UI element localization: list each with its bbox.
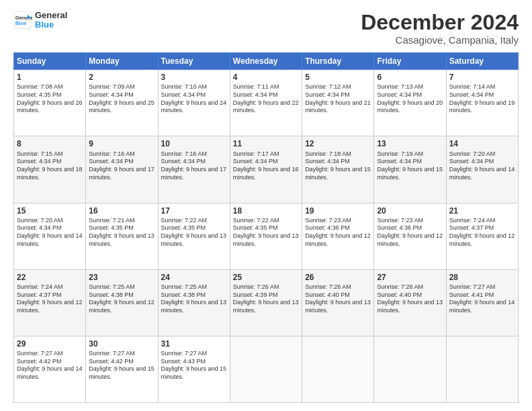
calendar-cell: 22Sunrise: 7:24 AMSunset: 4:37 PMDayligh… (14, 269, 86, 336)
day-number: 11 (233, 138, 299, 149)
day-number: 28 (449, 272, 515, 283)
week-row-2: 8Sunrise: 7:15 AMSunset: 4:34 PMDaylight… (14, 136, 519, 203)
day-number: 5 (305, 72, 371, 83)
calendar-cell (302, 336, 374, 402)
day-info: Sunrise: 7:19 AMSunset: 4:34 PMDaylight:… (377, 150, 443, 182)
calendar-header-saturday: Saturday (446, 53, 518, 70)
day-info: Sunrise: 7:23 AMSunset: 4:36 PMDaylight:… (377, 217, 443, 248)
logo-text-blue: Blue (35, 20, 67, 30)
calendar-cell: 30Sunrise: 7:27 AMSunset: 4:42 PMDayligh… (86, 336, 158, 402)
day-number: 23 (89, 272, 154, 283)
day-info: Sunrise: 7:25 AMSunset: 4:38 PMDaylight:… (89, 283, 154, 315)
day-number: 15 (17, 205, 83, 216)
calendar-cell: 20Sunrise: 7:23 AMSunset: 4:36 PMDayligh… (374, 203, 446, 269)
day-info: Sunrise: 7:25 AMSunset: 4:38 PMDaylight:… (161, 283, 227, 315)
day-info: Sunrise: 7:12 AMSunset: 4:34 PMDaylight:… (305, 83, 371, 115)
calendar-cell: 16Sunrise: 7:21 AMSunset: 4:35 PMDayligh… (86, 203, 158, 269)
day-info: Sunrise: 7:16 AMSunset: 4:34 PMDaylight:… (89, 150, 154, 182)
calendar-cell: 5Sunrise: 7:12 AMSunset: 4:34 PMDaylight… (302, 70, 374, 136)
calendar-cell: 9Sunrise: 7:16 AMSunset: 4:34 PMDaylight… (86, 136, 158, 203)
day-number: 4 (233, 72, 299, 83)
subtitle: Casagiove, Campania, Italy (361, 34, 519, 46)
day-number: 2 (89, 72, 154, 83)
day-number: 22 (17, 272, 83, 283)
day-number: 6 (377, 72, 443, 83)
day-number: 1 (17, 72, 83, 83)
calendar-cell (374, 336, 446, 402)
calendar-cell: 23Sunrise: 7:25 AMSunset: 4:38 PMDayligh… (86, 269, 158, 336)
calendar-cell (230, 336, 302, 402)
day-info: Sunrise: 7:17 AMSunset: 4:34 PMDaylight:… (233, 150, 299, 182)
day-info: Sunrise: 7:26 AMSunset: 4:39 PMDaylight:… (233, 283, 299, 315)
logo-text-general: General (35, 11, 67, 20)
day-number: 24 (161, 272, 227, 283)
day-info: Sunrise: 7:22 AMSunset: 4:35 PMDaylight:… (233, 217, 299, 248)
calendar-cell: 17Sunrise: 7:22 AMSunset: 4:35 PMDayligh… (158, 203, 230, 269)
calendar-cell: 7Sunrise: 7:14 AMSunset: 4:34 PMDaylight… (446, 70, 518, 136)
day-number: 9 (89, 138, 154, 149)
calendar-cell: 24Sunrise: 7:25 AMSunset: 4:38 PMDayligh… (158, 269, 230, 336)
title-section: December 2024 Casagiove, Campania, Italy (361, 11, 519, 46)
calendar-cell: 3Sunrise: 7:10 AMSunset: 4:34 PMDaylight… (158, 70, 230, 136)
day-number: 27 (377, 272, 443, 283)
calendar-cell: 4Sunrise: 7:11 AMSunset: 4:34 PMDaylight… (230, 70, 302, 136)
svg-text:Blue: Blue (15, 20, 27, 26)
calendar-header-friday: Friday (374, 53, 446, 70)
day-info: Sunrise: 7:08 AMSunset: 4:35 PMDaylight:… (17, 83, 83, 115)
day-number: 7 (449, 72, 515, 83)
week-row-1: 1Sunrise: 7:08 AMSunset: 4:35 PMDaylight… (14, 70, 519, 136)
day-number: 20 (377, 205, 443, 216)
day-number: 8 (17, 138, 83, 149)
calendar-cell: 10Sunrise: 7:16 AMSunset: 4:34 PMDayligh… (158, 136, 230, 203)
week-row-5: 29Sunrise: 7:27 AMSunset: 4:42 PMDayligh… (14, 336, 519, 402)
day-number: 31 (161, 338, 227, 349)
calendar-cell: 14Sunrise: 7:20 AMSunset: 4:34 PMDayligh… (446, 136, 518, 203)
calendar-cell: 31Sunrise: 7:27 AMSunset: 4:43 PMDayligh… (158, 336, 230, 402)
calendar-cell: 6Sunrise: 7:13 AMSunset: 4:34 PMDaylight… (374, 70, 446, 136)
day-number: 13 (377, 138, 443, 149)
calendar-header-thursday: Thursday (302, 53, 374, 70)
week-row-3: 15Sunrise: 7:20 AMSunset: 4:34 PMDayligh… (14, 203, 519, 269)
day-number: 19 (305, 205, 371, 216)
day-number: 21 (449, 205, 515, 216)
day-info: Sunrise: 7:26 AMSunset: 4:40 PMDaylight:… (305, 283, 371, 315)
calendar-cell: 1Sunrise: 7:08 AMSunset: 4:35 PMDaylight… (14, 70, 86, 136)
calendar-header-row: SundayMondayTuesdayWednesdayThursdayFrid… (14, 53, 519, 70)
page: General Blue General Blue December 2024 … (0, 0, 532, 411)
day-info: Sunrise: 7:20 AMSunset: 4:34 PMDaylight:… (17, 217, 83, 248)
day-number: 25 (233, 272, 299, 283)
day-info: Sunrise: 7:22 AMSunset: 4:35 PMDaylight:… (161, 217, 227, 248)
day-number: 16 (89, 205, 154, 216)
day-number: 12 (305, 138, 371, 149)
day-number: 14 (449, 138, 515, 149)
calendar-cell: 2Sunrise: 7:09 AMSunset: 4:34 PMDaylight… (86, 70, 158, 136)
calendar-cell: 25Sunrise: 7:26 AMSunset: 4:39 PMDayligh… (230, 269, 302, 336)
calendar-cell: 11Sunrise: 7:17 AMSunset: 4:34 PMDayligh… (230, 136, 302, 203)
calendar-cell (446, 336, 518, 402)
logo: General Blue General Blue (13, 11, 67, 30)
calendar-header-tuesday: Tuesday (158, 53, 230, 70)
calendar-header-sunday: Sunday (14, 53, 86, 70)
calendar-cell: 26Sunrise: 7:26 AMSunset: 4:40 PMDayligh… (302, 269, 374, 336)
day-number: 18 (233, 205, 299, 216)
top-section: General Blue General Blue December 2024 … (13, 11, 519, 46)
calendar-cell: 29Sunrise: 7:27 AMSunset: 4:42 PMDayligh… (14, 336, 86, 402)
day-info: Sunrise: 7:09 AMSunset: 4:34 PMDaylight:… (89, 83, 154, 115)
day-info: Sunrise: 7:15 AMSunset: 4:34 PMDaylight:… (17, 150, 83, 182)
day-number: 30 (89, 338, 154, 349)
day-info: Sunrise: 7:13 AMSunset: 4:34 PMDaylight:… (377, 83, 443, 115)
day-info: Sunrise: 7:27 AMSunset: 4:42 PMDaylight:… (89, 350, 154, 381)
day-info: Sunrise: 7:16 AMSunset: 4:34 PMDaylight:… (161, 150, 227, 182)
day-info: Sunrise: 7:23 AMSunset: 4:36 PMDaylight:… (305, 217, 371, 248)
day-info: Sunrise: 7:27 AMSunset: 4:42 PMDaylight:… (17, 350, 83, 381)
week-row-4: 22Sunrise: 7:24 AMSunset: 4:37 PMDayligh… (14, 269, 519, 336)
day-info: Sunrise: 7:27 AMSunset: 4:41 PMDaylight:… (449, 283, 515, 315)
day-number: 29 (17, 338, 83, 349)
day-info: Sunrise: 7:14 AMSunset: 4:34 PMDaylight:… (449, 83, 515, 115)
day-number: 3 (161, 72, 227, 83)
logo-icon: General Blue (13, 11, 32, 30)
calendar-cell: 15Sunrise: 7:20 AMSunset: 4:34 PMDayligh… (14, 203, 86, 269)
calendar-cell: 8Sunrise: 7:15 AMSunset: 4:34 PMDaylight… (14, 136, 86, 203)
calendar: SundayMondayTuesdayWednesdayThursdayFrid… (13, 52, 519, 403)
calendar-header-monday: Monday (86, 53, 158, 70)
